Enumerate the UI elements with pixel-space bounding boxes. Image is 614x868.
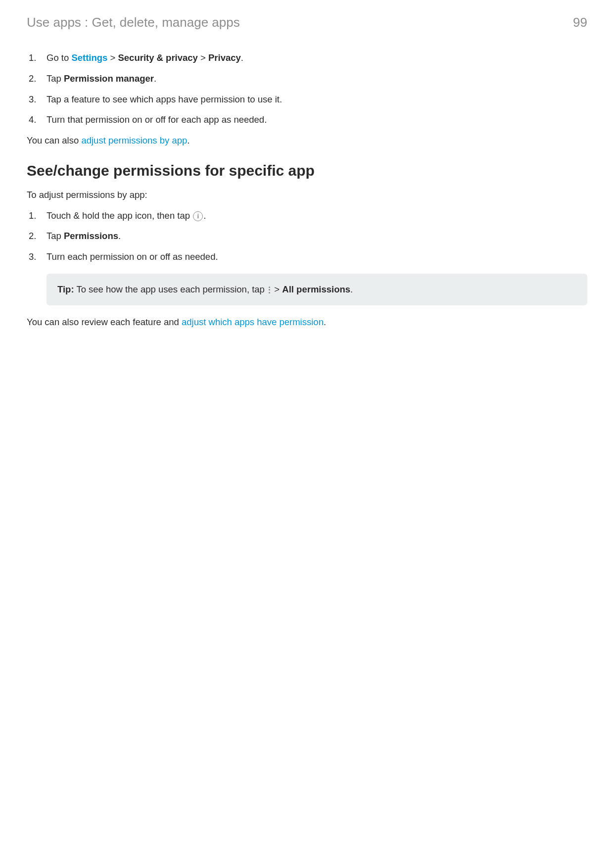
text: . [187, 135, 189, 145]
list-number: 2. [27, 229, 47, 243]
list-number: 3. [27, 250, 47, 264]
text: Tap [47, 231, 64, 241]
list-item: 1. Go to Settings > Security & privacy >… [27, 51, 587, 65]
bold-text: Security & privacy [118, 52, 197, 63]
bold-text: Permission manager [64, 73, 154, 84]
list-number: 4. [27, 113, 47, 127]
steps-list-2: 1. Touch & hold the app icon, then tap .… [27, 209, 587, 264]
tip-box: Tip: To see how the app uses each permis… [47, 274, 587, 305]
steps-list-1: 1. Go to Settings > Security & privacy >… [27, 51, 587, 127]
page-number: 99 [573, 15, 587, 30]
text: . [118, 231, 121, 241]
section-heading: See/change permissions for specific app [27, 162, 587, 179]
bold-text: Permissions [64, 231, 118, 241]
list-content: Touch & hold the app icon, then tap . [47, 209, 587, 223]
paragraph: You can also review each feature and adj… [27, 315, 587, 329]
list-item: 3. Turn each permission on or off as nee… [27, 250, 587, 264]
adjust-permissions-link[interactable]: adjust permissions by app [81, 135, 187, 145]
bold-text: All permissions [282, 284, 350, 294]
text: Touch & hold the app icon, then tap [47, 210, 192, 221]
info-icon [193, 211, 203, 221]
list-content: Turn that permission on or off for each … [47, 113, 587, 127]
list-content: Turn each permission on or off as needed… [47, 250, 587, 264]
list-content: Tap Permission manager. [47, 72, 587, 86]
text: > [198, 52, 208, 63]
list-content: Go to Settings > Security & privacy > Pr… [47, 51, 587, 65]
list-content: Tap Permissions. [47, 229, 587, 243]
settings-link[interactable]: Settings [71, 52, 107, 63]
list-number: 1. [27, 209, 47, 223]
paragraph: To adjust permissions by app: [27, 188, 587, 202]
adjust-apps-permission-link[interactable]: adjust which apps have permission [182, 317, 324, 327]
text: You can also [27, 135, 81, 145]
list-item: 2. Tap Permissions. [27, 229, 587, 243]
text: > [107, 52, 118, 63]
text: . [324, 317, 326, 327]
breadcrumb: Use apps : Get, delete, manage apps [27, 15, 240, 30]
text: . [241, 52, 243, 63]
text: . [350, 284, 353, 294]
page-header: Use apps : Get, delete, manage apps 99 [27, 15, 587, 30]
text: You can also review each feature and [27, 317, 182, 327]
text: > [272, 284, 282, 294]
text: . [154, 73, 156, 84]
more-vertical-icon [267, 287, 272, 293]
list-item: 3. Tap a feature to see which apps have … [27, 93, 587, 106]
list-number: 1. [27, 51, 47, 65]
list-item: 2. Tap Permission manager. [27, 72, 587, 86]
bold-text: Privacy [208, 52, 241, 63]
paragraph: You can also adjust permissions by app. [27, 134, 587, 147]
list-content: Tap a feature to see which apps have per… [47, 93, 587, 106]
list-number: 3. [27, 93, 47, 106]
text: Go to [47, 52, 71, 63]
list-number: 2. [27, 72, 47, 86]
text: . [203, 210, 206, 221]
text: To see how the app uses each permission,… [74, 284, 267, 294]
list-item: 1. Touch & hold the app icon, then tap . [27, 209, 587, 223]
text: Tap [47, 73, 64, 84]
list-item: 4. Turn that permission on or off for ea… [27, 113, 587, 127]
tip-label: Tip: [57, 284, 74, 294]
